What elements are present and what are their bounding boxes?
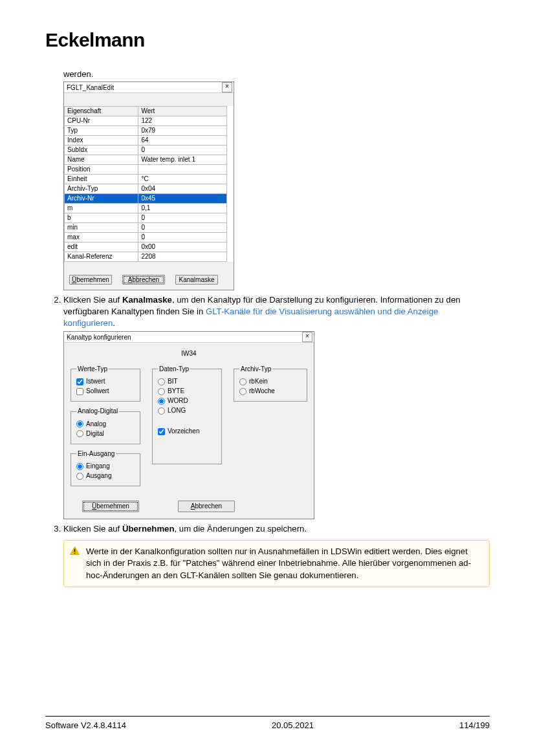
- table-row[interactable]: m0,1: [65, 204, 227, 213]
- table-row[interactable]: Einheit°C: [65, 175, 227, 184]
- group-daten-typ: Daten-Typ BIT BYTE WORD LONG Vorzeichen: [152, 365, 222, 464]
- footer-version: Software V2.4.8.4114: [45, 720, 126, 730]
- bit-radio[interactable]: [158, 378, 165, 385]
- vorzeichen-checkbox[interactable]: [158, 428, 165, 435]
- long-radio[interactable]: [158, 407, 165, 415]
- close-icon[interactable]: ×: [302, 332, 312, 342]
- kanalmaske-button[interactable]: Kanalmaske: [175, 275, 218, 285]
- group-analog-digital: Analog-Digital Analog Digital: [71, 407, 140, 444]
- table-row[interactable]: min0: [65, 223, 227, 233]
- footer-date: 20.05.2021: [272, 720, 314, 730]
- warning-note: Werte in der Kanalkonfiguration sollten …: [63, 540, 490, 587]
- property-table: EigenschaftWertCPU-Nr122Typ0x79Index64Su…: [64, 106, 227, 262]
- warning-icon: [70, 546, 80, 555]
- table-row[interactable]: CPU-Nr122: [65, 116, 227, 126]
- apply-button[interactable]: Übernehmen: [69, 275, 112, 285]
- brand-logo: Eckelmann: [45, 29, 490, 51]
- table-row[interactable]: max0: [65, 233, 227, 243]
- analog-radio[interactable]: [76, 420, 83, 427]
- paragraph-fragment: werden.: [63, 69, 490, 79]
- dialog1-title: FGLT_KanalEdit: [67, 84, 114, 91]
- group-ein-ausgang: Ein-Ausgang Eingang Ausgang: [71, 449, 140, 487]
- dialog-kanaltyp: Kanaltyp konfigurieren × IW34 Werte-Typ …: [63, 331, 314, 519]
- page-footer: Software V2.4.8.4114 20.05.2021 114/199: [45, 716, 490, 730]
- cancel-button[interactable]: Abbrechen: [178, 501, 235, 512]
- table-row[interactable]: NameWater temp. inlet 1: [65, 155, 227, 165]
- step-2: Klicken Sie auf Kanalmaske, um den Kanal…: [63, 294, 490, 519]
- dialog2-title: Kanaltyp konfigurieren: [67, 333, 131, 342]
- dialog2-subtitle: IW34: [71, 349, 307, 358]
- svg-rect-0: [74, 548, 75, 552]
- table-row[interactable]: SubIdx0: [65, 146, 227, 155]
- digital-radio[interactable]: [76, 430, 83, 437]
- table-row[interactable]: b0: [65, 213, 227, 223]
- svg-rect-1: [74, 553, 75, 554]
- table-row[interactable]: Archiv-Nr0x45: [65, 194, 227, 204]
- warning-text: Werte in der Kanalkonfiguration sollten …: [86, 546, 471, 580]
- close-icon[interactable]: ×: [222, 82, 232, 92]
- table-row[interactable]: Kanal-Referenz2208: [65, 252, 227, 262]
- byte-radio[interactable]: [158, 388, 165, 395]
- table-row[interactable]: Position: [65, 165, 227, 175]
- ausgang-radio[interactable]: [76, 473, 83, 480]
- eingang-radio[interactable]: [76, 463, 83, 470]
- group-werte-typ: Werte-Typ Istwert Sollwert: [71, 365, 140, 402]
- group-archiv-typ: Archiv-Typ rbKein rbWoche: [234, 365, 307, 402]
- step-3: Klicken Sie auf Übernehmen, um die Änder…: [63, 523, 490, 535]
- table-row[interactable]: edit0x00: [65, 243, 227, 252]
- rbwoche-radio[interactable]: [239, 388, 246, 395]
- word-radio[interactable]: [158, 398, 165, 405]
- sollwert-checkbox[interactable]: [76, 388, 83, 395]
- dialog-kanaledit: FGLT_KanalEdit × EigenschaftWertCPU-Nr12…: [63, 81, 234, 290]
- table-row[interactable]: Typ0x79: [65, 126, 227, 136]
- table-row[interactable]: Index64: [65, 136, 227, 146]
- table-row[interactable]: Archiv-Typ0x04: [65, 184, 227, 194]
- istwert-checkbox[interactable]: [76, 378, 83, 385]
- cancel-button[interactable]: Abbrechen: [122, 275, 165, 285]
- footer-page: 114/199: [459, 720, 490, 730]
- apply-button[interactable]: Übernehmen: [82, 501, 139, 512]
- rbkein-radio[interactable]: [239, 378, 246, 385]
